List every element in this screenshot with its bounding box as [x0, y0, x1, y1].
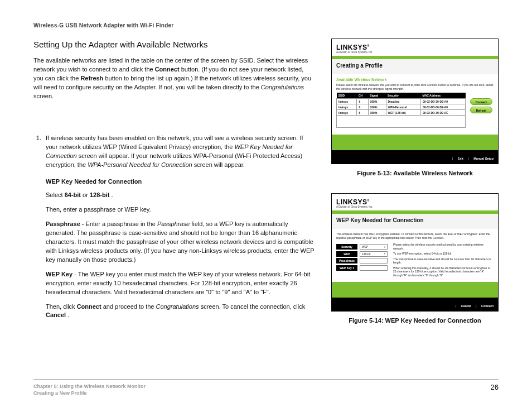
- logo-subtitle: A Division of Cisco Systems, Inc.: [336, 51, 373, 54]
- body-text-column: Setting Up the Adapter with Available Ne…: [33, 39, 315, 341]
- field-label-security: Security: [336, 244, 357, 250]
- cell-security: Disabled: [386, 99, 420, 104]
- connect-label: Connect: [155, 66, 180, 73]
- dialog-footer: | Cancel | Connect: [332, 298, 498, 311]
- linksys-header: LINKSYS® A Division of Cisco Systems, In…: [332, 194, 498, 210]
- text: screen will appear.: [194, 161, 245, 168]
- table-header-row: SSID CH Signal Security MAC Address: [337, 93, 466, 99]
- table-row[interactable]: linksys 6 100% WPA-Personal 00-02-DD-30-…: [337, 104, 466, 110]
- refresh-button[interactable]: Refresh: [470, 107, 492, 113]
- figure-5-14: LINKSYS® A Division of Cisco Systems, In…: [331, 193, 499, 312]
- form-area: Security WEP WEP 128-bit Passphrase: [336, 243, 494, 279]
- refresh-label: Refresh: [80, 75, 103, 82]
- exit-button[interactable]: Exit: [458, 157, 463, 160]
- manual-setup-button[interactable]: Manual Setup: [473, 157, 494, 160]
- logo-text: LINKSYS: [336, 198, 367, 206]
- green-footer-bar: [332, 135, 498, 150]
- table-row[interactable]: linksys 6 100% WEP (128-bit) 00-02-DD-30…: [337, 110, 466, 116]
- text: and proceed to the: [103, 303, 156, 310]
- running-header: Wireless-G USB Network Adapter with Wi-F…: [33, 22, 499, 28]
- text: - The WEP key you enter must match the W…: [46, 271, 310, 295]
- footer-left: Chapter 5: Using the Wireless Network Mo…: [33, 383, 146, 396]
- passphrase-paragraph: Passphrase - Enter a passphrase in the P…: [46, 220, 315, 265]
- text: - Enter a passphrase in the: [82, 221, 157, 227]
- table-area: SSID CH Signal Security MAC Address: [336, 90, 494, 131]
- logo-subtitle: A Division of Cisco Systems, Inc.: [336, 205, 373, 208]
- security-dropdown[interactable]: WEP: [360, 244, 388, 250]
- list-number: 1.: [33, 134, 41, 325]
- two-column-layout: Setting Up the Adapter with Available Ne…: [33, 39, 499, 341]
- li1-para: If wireless security has been enabled on…: [46, 134, 315, 170]
- th-security: Security: [386, 93, 420, 99]
- passphrase-label: Passphrase: [46, 221, 80, 227]
- cancel-button[interactable]: Cancel: [461, 304, 471, 308]
- fields-column: Security WEP WEP 128-bit Passphrase: [336, 243, 390, 279]
- figure-caption: Figure 5-14: WEP Key Needed for Connecti…: [331, 317, 499, 324]
- cell-signal: 100%: [368, 99, 386, 104]
- linksys-logo: LINKSYS® A Division of Cisco Systems, In…: [336, 44, 373, 54]
- panel: WEP Key Needed for Connection: [332, 214, 498, 229]
- footer-section: Creating a New Profile: [33, 390, 146, 396]
- panel-body: Available Wireless Network Please select…: [332, 74, 498, 135]
- congrats-screen-name: Congratulations: [261, 84, 304, 90]
- figures-column: LINKSYS® A Division of Cisco Systems, In…: [331, 39, 499, 341]
- dialog-footer: | Exit | Manual Setup: [332, 150, 498, 164]
- logo-text: LINKSYS: [336, 44, 367, 51]
- figure-caption: Figure 5-13: Available Wireless Network: [331, 170, 499, 176]
- opt-64bit: 64-bit: [65, 191, 81, 198]
- green-footer-bar: [332, 282, 498, 298]
- panel-title: WEP Key Needed for Connection: [336, 217, 494, 223]
- passphrase-row: Passphrase: [336, 258, 390, 264]
- page-footer: Chapter 5: Using the Wireless Network Mo…: [33, 379, 499, 396]
- divider: |: [452, 157, 453, 160]
- section-header: Available Wireless Network: [336, 78, 494, 82]
- hint-security: Please select the wireless security meth…: [393, 243, 494, 250]
- th-mac: MAC Address: [421, 93, 466, 99]
- wep-row: WEP 128-bit: [336, 251, 390, 257]
- divider: |: [476, 304, 477, 308]
- networks-table: SSID CH Signal Security MAC Address: [336, 93, 466, 128]
- panel: Creating a Profile: [332, 59, 498, 74]
- congrats-screen-name: Congratulations: [156, 303, 199, 310]
- table-row: [337, 116, 466, 128]
- network-table-wrap: SSID CH Signal Security MAC Address: [336, 90, 466, 131]
- th-signal: Signal: [368, 93, 386, 99]
- hints-column: Please select the wireless security meth…: [393, 243, 494, 279]
- intro-paragraph: The available networks are listed in the…: [33, 56, 315, 101]
- cell-mac: 00-02-DD-30-D2-A0: [421, 104, 466, 110]
- wep-dropdown[interactable]: 128-bit: [360, 251, 388, 257]
- opt-128bit: 128-bit: [90, 191, 109, 198]
- wpa-screen-name: WPA-Personal Needed for Connection: [88, 161, 192, 168]
- text: or: [83, 191, 90, 198]
- hint-passphrase: The Passphrase is case-sensitive and sho…: [393, 257, 494, 265]
- text: Then, click: [46, 303, 77, 310]
- footer-chapter: Chapter 5: Using the Wireless Network Mo…: [33, 383, 146, 390]
- wep-subheading: WEP Key Needed for Connection: [46, 178, 315, 186]
- hint-wepkey: When entering this manually, it should b…: [393, 266, 494, 277]
- section-desc: This wireless network has WEP encryption…: [336, 232, 494, 239]
- field-label-wepkey1: WEP Key 1: [336, 265, 357, 271]
- security-row: Security WEP: [336, 244, 390, 250]
- connect-label: Connect: [77, 303, 101, 310]
- panel-title: Creating a Profile: [336, 63, 494, 69]
- wepkey1-input[interactable]: [360, 265, 388, 271]
- th-ch: CH: [357, 93, 368, 99]
- wepkey1-row: WEP Key 1: [336, 265, 390, 271]
- field-label-passphrase: Passphrase: [336, 258, 357, 264]
- connect-button[interactable]: Connect: [470, 98, 492, 105]
- cell-mac: 00-02-DD-30-D2-AE: [421, 110, 466, 116]
- cell-ch: 6: [357, 99, 368, 104]
- text: Select: [46, 191, 65, 198]
- passphrase-input[interactable]: [360, 258, 388, 264]
- text: screen.: [33, 93, 54, 99]
- cell-ssid: linksys: [337, 99, 357, 104]
- hint-wep: To use WEP encryption, select 64-bit or …: [393, 252, 494, 256]
- cell-signal: 100%: [368, 110, 386, 116]
- button-column: Connect Refresh: [469, 90, 494, 131]
- then-enter-line: Then, enter a passphrase or WEP key.: [46, 205, 315, 214]
- cancel-label: Cancel: [46, 312, 66, 318]
- connect-button[interactable]: Connect: [481, 304, 494, 308]
- wepkey-label: WEP Key: [46, 271, 72, 277]
- section-title: Setting Up the Adapter with Available Ne…: [33, 39, 315, 51]
- table-row[interactable]: linksys 6 100% Disabled 00-02-DD-30-D2-A…: [337, 99, 466, 104]
